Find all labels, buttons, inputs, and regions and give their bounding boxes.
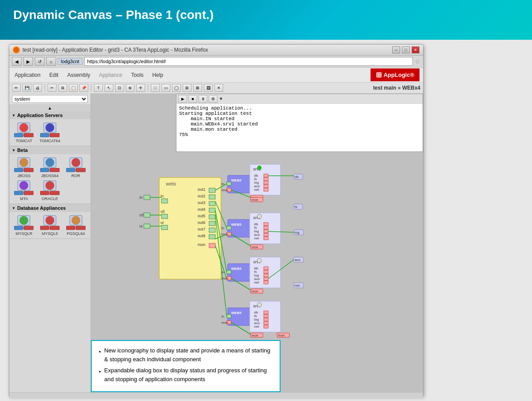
menu-application[interactable]: Application [13,71,42,79]
img-icon[interactable]: 🖼 [204,84,213,92]
cut-icon[interactable]: ✂ [48,84,56,92]
settings-btn[interactable]: ⚙ [209,95,217,103]
svg-rect-51 [209,195,215,199]
svg-rect-173 [264,325,268,328]
menu-tools[interactable]: Tools [129,71,145,79]
svg-rect-23 [24,191,34,195]
menu-help[interactable]: Help [150,71,165,79]
svg-rect-38 [66,226,75,230]
save-icon[interactable]: 💾 [22,84,31,92]
oracle-label: ORACLE [41,197,58,201]
pointer-icon[interactable]: ↖ [105,84,113,92]
menu-appliance[interactable]: Appliance [97,71,124,79]
minimize-button[interactable]: ─ [392,46,400,53]
jboss64-item[interactable]: JBOSS64 [38,157,62,178]
ror-item[interactable]: ROR [64,157,88,178]
svg-text:aux: aux [295,258,300,262]
svg-rect-115 [264,226,268,229]
paste-icon[interactable]: 📋 [69,84,78,92]
close-button[interactable]: ✕ [412,46,420,53]
section-header-db[interactable]: ▼ Database Appliances [9,204,90,212]
rect-icon[interactable]: □ [151,84,160,92]
panel-dropdown: system [9,94,90,105]
mta-label: MTA [20,197,28,201]
home-button[interactable]: ⌂ [46,57,56,66]
bookmark-icon[interactable]: ☆ [415,58,420,65]
back-button[interactable]: ◀ [12,57,22,66]
mysql5-item[interactable]: MYSQL5 [38,215,62,236]
svg-text:out3: out3 [198,200,206,205]
svg-rect-130 [227,270,231,274]
triangle-icon-beta: ▼ [12,148,15,152]
console-line-4: main.WEBx4.srv1 started [179,121,420,127]
section-header-app-servers[interactable]: ▼ Application Servers [9,111,90,119]
oval-icon[interactable]: ◯ [172,84,181,92]
svg-text:ui: ui [161,220,164,225]
play-btn[interactable]: ▶ [178,95,187,103]
text-icon[interactable]: T [94,84,103,92]
rect2-icon[interactable]: ▭ [161,84,170,92]
menu-assembly[interactable]: Assembly [65,71,92,79]
console-line-2: Starting application test [179,111,420,116]
maximize-button[interactable]: □ [402,46,410,53]
svg-text:WEB5: WEB5 [231,178,242,182]
mysqlr-item[interactable]: MYSQLR [12,215,36,236]
move-icon[interactable]: ✛ [136,84,145,92]
menu-edit[interactable]: Edit [48,71,60,79]
titlebar-left: test [read-only] - Application Editor - … [13,46,208,53]
section-header-beta[interactable]: ▼ Beta [9,146,90,154]
triangle-icon-db: ▼ [12,206,15,210]
mta-item[interactable]: MTA [12,180,36,201]
tab-label[interactable]: lodg3cnt [58,58,82,65]
svg-rect-140 [264,270,268,273]
bottom-scrollbar[interactable] [9,392,423,398]
print-icon[interactable]: 🖨 [33,84,42,92]
oracle-item[interactable]: ORACLE [38,180,62,201]
pgsql64-label: PGSQL64 [67,231,85,236]
select-icon[interactable]: ⊡ [115,84,124,92]
x-icon[interactable]: ✕ [214,84,223,92]
pgsql64-item[interactable]: PGSQL64 [64,215,88,236]
svg-rect-138 [264,267,268,270]
mysql5-label: MYSQL5 [42,231,58,236]
tomcat64-item[interactable]: TOMCAT64 [38,122,62,143]
refresh-button[interactable]: ↺ [35,57,45,66]
grid-icon[interactable]: ⊠ [193,84,202,92]
dropdown-arrow[interactable]: ▼ [219,96,223,101]
address-input[interactable] [84,57,413,66]
pause-btn[interactable]: ⏸ [199,95,207,103]
pencil-icon[interactable]: ✏ [12,84,21,92]
svg-rect-61 [209,228,215,232]
svg-rect-65 [209,243,215,248]
svg-rect-26 [40,191,49,195]
svg-rect-144 [264,277,268,280]
ror-label: ROR [71,174,80,178]
bullet-dot-2: ▪ [99,367,101,375]
connect-icon[interactable]: ⊕ [126,84,135,92]
console-line-5: main.mon started [179,127,420,132]
forward-button[interactable]: ▶ [23,57,33,66]
header: Dynamic Canvas – Phase 1 (cont.) [0,0,532,40]
expand-arrow[interactable]: ▲ [9,105,90,111]
paste2-icon[interactable]: 📌 [79,84,88,92]
svg-point-33 [45,216,54,225]
stop-btn[interactable]: ■ [188,95,197,103]
tomcat-item[interactable]: TOMCAT [12,122,36,143]
zoom-icon[interactable]: ⊞ [183,84,191,92]
svg-rect-2 [14,133,23,137]
svg-text:mon: mon [221,232,229,236]
copy-icon[interactable]: ⧉ [58,84,67,92]
svg-text:mon: mon [221,188,229,192]
toolbar: ✏ 💾 🖨 ✂ ⧉ 📋 📌 T ↖ ⊡ ⊕ ✛ □ ▭ ◯ ⊞ ⊠ 🖼 ✕ te… [9,83,423,94]
svg-text:mon: mon [251,333,259,337]
svg-rect-119 [264,233,268,236]
svg-text:out6: out6 [198,220,206,225]
svg-rect-3 [24,133,34,137]
jboss-item[interactable]: JBOSS [12,157,36,178]
app-servers-label: Application Servers [17,113,63,118]
svg-text:mon: mon [251,289,259,293]
svg-rect-117 [264,230,268,233]
system-select[interactable]: system [12,95,88,103]
svg-text:out5: out5 [198,214,206,218]
svg-rect-7 [50,133,60,137]
